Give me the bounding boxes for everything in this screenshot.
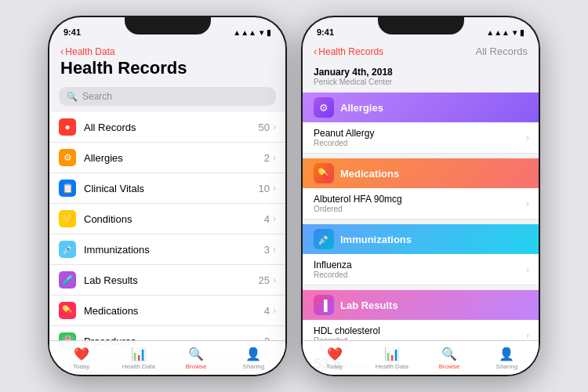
battery-icon-right: ▮: [520, 28, 524, 37]
browse-label: Browse: [186, 363, 207, 370]
hdl-chevron: ›: [526, 330, 529, 341]
health-data-icon-right: 📊: [384, 347, 400, 361]
browse-icon: 🔍: [188, 347, 204, 361]
date-header: January 4th, 2018 Penick Medical Center: [303, 62, 539, 88]
medications-category-header[interactable]: 💊 Medications: [303, 158, 539, 188]
list-item-lab-results[interactable]: 🧪 Lab Results 25 ›: [49, 265, 285, 296]
lab-cat-title: Lab Results: [340, 299, 398, 311]
allergies-icon: ⚙: [59, 149, 76, 166]
list-item-clinical-vitals[interactable]: 📋 Clinical Vitals 10 ›: [49, 173, 285, 204]
medications-count: 4: [264, 305, 270, 317]
conditions-icon: 💛: [59, 210, 76, 227]
back-label-right: Health Records: [318, 46, 383, 57]
left-screen-content: ‹ Health Data Health Records 🔍 Search ● …: [49, 42, 285, 375]
allergies-chevron: ›: [273, 152, 276, 163]
clinical-vitals-label: Clinical Vitals: [84, 183, 259, 194]
today-icon-right: ❤️: [327, 347, 343, 361]
phones-container: 9:41 ▲▲▲ ▾ ▮ ‹ Health Data Health Record…: [0, 0, 588, 392]
tab-sharing-right[interactable]: 👤 Sharing: [478, 347, 535, 370]
health-data-icon: 📊: [131, 347, 147, 361]
today-label: Today: [73, 363, 89, 370]
influenza-info: Influenza Recorded: [314, 260, 526, 279]
immunizations-label: Immunizations: [84, 244, 264, 256]
conditions-label: Conditions: [84, 213, 264, 225]
browse-icon-right: 🔍: [441, 347, 457, 361]
albuterol-info: Albuterol HFA 90mcg Ordered: [314, 194, 526, 213]
lab-results-icon: 🧪: [59, 271, 76, 289]
tab-browse-right[interactable]: 🔍 Browse: [421, 347, 478, 370]
lab-results-count: 25: [259, 274, 270, 286]
list-item-medications[interactable]: 💊 Medications 4 ›: [49, 296, 285, 326]
immunizations-cat-title: Immunizations: [340, 234, 412, 245]
record-influenza[interactable]: Influenza Recorded ›: [303, 254, 539, 285]
search-bar[interactable]: 🔍 Search: [59, 87, 276, 106]
sharing-label: Sharing: [243, 363, 265, 370]
tab-sharing-left[interactable]: 👤 Sharing: [225, 347, 282, 370]
health-data-label: Health Data: [122, 363, 155, 370]
health-data-label-right: Health Data: [376, 363, 408, 370]
influenza-status: Recorded: [314, 270, 526, 279]
list-item-allergies[interactable]: ⚙ Allergies 2 ›: [49, 143, 285, 173]
tab-browse-left[interactable]: 🔍 Browse: [168, 347, 225, 370]
right-page-title: All Records: [476, 45, 528, 57]
wifi-icon-right: ▾: [513, 28, 517, 37]
peanut-allergy-status: Recorded: [314, 139, 526, 147]
allergies-count: 2: [264, 152, 270, 164]
record-albuterol[interactable]: Albuterol HFA 90mcg Ordered ›: [303, 188, 539, 220]
clinical-vitals-chevron: ›: [273, 183, 276, 194]
albuterol-status: Ordered: [314, 205, 526, 213]
search-placeholder: Search: [82, 91, 112, 102]
status-time-left: 9:41: [64, 27, 81, 37]
left-phone: 9:41 ▲▲▲ ▾ ▮ ‹ Health Data Health Record…: [48, 16, 287, 376]
all-records-chevron: ›: [273, 122, 276, 132]
peanut-allergy-chevron: ›: [526, 132, 529, 143]
medications-cat-icon: 💊: [314, 163, 334, 183]
back-link-right[interactable]: ‹ Health Records: [314, 45, 383, 57]
allergies-cat-icon: ⚙: [314, 97, 334, 118]
right-screen-content: ‹ Health Records All Records January 4th…: [303, 42, 539, 375]
record-peanut-allergy[interactable]: Peanut Allergy Recorded ›: [303, 122, 539, 154]
search-icon: 🔍: [67, 92, 78, 102]
medications-cat-title: Medications: [340, 168, 399, 180]
tab-today-left[interactable]: ❤️ Today: [53, 347, 110, 370]
lab-cat-icon: ▐: [314, 295, 334, 315]
tab-today-right[interactable]: ❤️ Today: [306, 347, 363, 370]
hdl-name: HDL cholesterol: [314, 325, 526, 336]
allergies-category-header[interactable]: ⚙ Allergies: [303, 93, 539, 122]
all-records-icon: ●: [59, 118, 76, 136]
medications-chevron: ›: [273, 305, 276, 316]
all-records-count: 50: [259, 122, 270, 133]
list-item-immunizations[interactable]: 💉 Immunizations 3 ›: [49, 234, 285, 265]
influenza-name: Influenza: [314, 260, 526, 270]
allergies-label: Allergies: [84, 152, 264, 164]
medications-icon: 💊: [59, 302, 76, 319]
back-chevron-right: ‹: [314, 45, 317, 57]
left-bottom-tabs: ❤️ Today 📊 Health Data 🔍 Browse 👤 Sharin…: [49, 340, 285, 375]
right-nav-bar: ‹ Health Records All Records: [303, 42, 539, 62]
signal-icon: ▲▲▲: [233, 28, 256, 37]
list-item-conditions[interactable]: 💛 Conditions 4 ›: [49, 204, 285, 234]
health-records-list: ● All Records 50 › ⚙ Allergies 2 › 📋 Cli…: [49, 112, 285, 356]
sharing-icon: 👤: [245, 347, 261, 361]
clinical-vitals-count: 10: [259, 183, 270, 194]
notch: [125, 17, 211, 34]
immunizations-category-header[interactable]: 💉 Immunizations: [303, 224, 539, 254]
notch-right: [378, 17, 464, 34]
left-phone-screen: 9:41 ▲▲▲ ▾ ▮ ‹ Health Data Health Record…: [49, 17, 285, 375]
list-item-all-records[interactable]: ● All Records 50 ›: [49, 112, 285, 143]
battery-icon: ▮: [267, 28, 271, 37]
medications-label: Medications: [84, 305, 264, 317]
back-chevron-left: ‹: [60, 45, 64, 57]
lab-results-chevron: ›: [273, 274, 276, 285]
allergies-cat-title: Allergies: [340, 102, 383, 114]
right-bottom-tabs: ❤️ Today 📊 Health Data 🔍 Browse 👤 Sharin…: [303, 340, 539, 375]
tab-health-data-right[interactable]: 📊 Health Data: [363, 347, 420, 370]
today-icon: ❤️: [74, 347, 89, 361]
lab-results-category-header[interactable]: ▐ Lab Results: [303, 290, 539, 320]
wifi-icon: ▾: [260, 28, 263, 37]
tab-health-data-left[interactable]: 📊 Health Data: [110, 347, 167, 370]
peanut-allergy-info: Peanut Allergy Recorded: [314, 128, 526, 147]
back-link-left[interactable]: ‹ Health Data: [60, 45, 274, 57]
conditions-chevron: ›: [273, 213, 276, 224]
influenza-chevron: ›: [526, 264, 529, 275]
